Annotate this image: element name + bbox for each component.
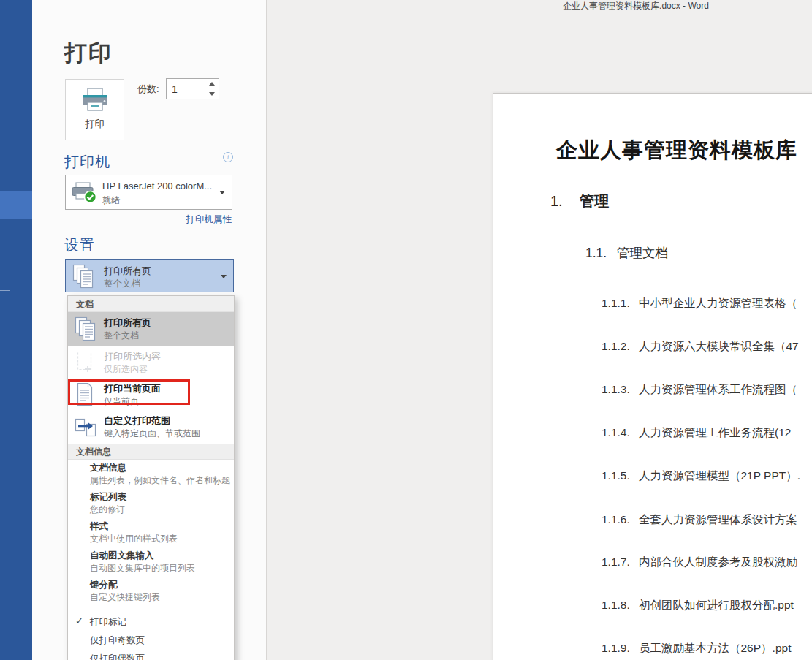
- menu-item-autotext-entries[interactable]: 自动图文集输入 自动图文集库中的项目列表: [68, 547, 234, 577]
- menu-item-title: 标记列表: [90, 491, 126, 504]
- menu-toggle-print-markup[interactable]: ✓ 打印标记: [68, 613, 234, 631]
- menu-item-print-all-pages[interactable]: 打印所有页 整个文档: [68, 312, 234, 346]
- checkmark-icon: ✓: [75, 615, 83, 626]
- menu-item-subtitle: 您的修订: [90, 504, 125, 516]
- menu-item-custom-print-range[interactable]: 自定义打印范围 键入特定页面、节或范围: [68, 410, 234, 444]
- toc-item: 1.1.7.内部合伙人制度参考及股权激励: [602, 555, 797, 570]
- menu-item-print-current-page[interactable]: 打印当前页面 仅当前页: [68, 378, 234, 410]
- toc-item: 1.1.3.人力资源管理体系工作流程图（: [602, 382, 797, 398]
- selected-range-title: 打印所有页: [104, 265, 151, 278]
- printer-device-icon: [70, 182, 98, 204]
- toc-item: 1.1.4.人力资源管理工作业务流程(12: [602, 425, 791, 441]
- menu-item-title: 自动图文集输入: [90, 550, 154, 562]
- menu-item-subtitle: 仅当前页: [104, 395, 139, 408]
- window-title: 企业人事管理资料模板库.docx - Word: [497, 0, 775, 12]
- document-preview-page: 企业人事管理资料模板库 1.管理 1.1.管理文档 1.1.1.中小型企业人力资…: [493, 93, 812, 660]
- menu-item-print-selection: 打印所选内容 仅所选内容: [68, 346, 234, 378]
- copies-decrement-button[interactable]: [208, 89, 216, 98]
- menu-item-title: 打印当前页面: [104, 382, 161, 395]
- toc-item-number: 1.1.9.: [602, 642, 639, 655]
- printer-properties-link[interactable]: 打印机属性: [65, 213, 232, 226]
- toc-item: 1.1.2.人力资源六大模块常识全集（47: [602, 339, 799, 354]
- menu-item-title: 打印所有页: [104, 316, 151, 330]
- heading-text: 管理: [580, 193, 609, 209]
- heading-text: 管理文档: [617, 246, 668, 260]
- toc-item: 1.1.1.中小型企业人力资源管理表格（: [602, 296, 797, 311]
- menu-item-styles[interactable]: 样式 文档中使用的样式列表: [68, 518, 234, 547]
- toc-item-text: 人力资源管理体系工作流程图（: [639, 383, 797, 395]
- menu-item-title: 文档信息: [90, 462, 126, 474]
- heading-number: 1.: [550, 193, 580, 210]
- arrow-down-icon: [209, 92, 215, 96]
- backstage-sidebar: [0, 0, 32, 660]
- copies-stepper: [166, 78, 219, 99]
- toc-item-number: 1.1.7.: [602, 555, 639, 569]
- menu-item-key-assignments[interactable]: 键分配 自定义快捷键列表: [68, 577, 234, 606]
- menu-separator: [68, 610, 234, 610]
- settings-section-heading: 设置: [64, 235, 95, 255]
- print-button[interactable]: 打印: [65, 79, 124, 140]
- menu-item-subtitle: 键入特定页面、节或范围: [104, 428, 200, 440]
- toc-item-number: 1.1.2.: [602, 340, 639, 353]
- toc-item: 1.1.9.员工激励基本方法（26P）.ppt: [602, 641, 791, 656]
- copies-increment-button[interactable]: [208, 80, 216, 88]
- toc-item-number: 1.1.4.: [602, 426, 639, 439]
- toc-item-text: 内部合伙人制度参考及股权激励: [639, 555, 797, 568]
- arrow-up-icon: [209, 82, 215, 86]
- toc-item-number: 1.1.6.: [602, 513, 639, 526]
- toc-item-text: 中小型企业人力资源管理表格（: [639, 297, 797, 309]
- chevron-down-icon: [221, 275, 227, 278]
- toc-item-text: 人力资源管理工作业务流程(12: [639, 426, 791, 439]
- toc-item-text: 人力资源六大模块常识全集（47: [639, 340, 799, 352]
- print-current-page-icon: [75, 382, 95, 407]
- menu-section-document-info: 文档信息: [68, 444, 234, 460]
- printer-status: 就绪: [102, 194, 120, 207]
- custom-print-range-icon: [75, 414, 98, 439]
- menu-toggle-only-odd-pages[interactable]: 仅打印奇数页: [68, 631, 234, 650]
- print-button-label: 打印: [66, 118, 124, 131]
- copies-label: 份数:: [137, 83, 159, 96]
- print-range-menu: 文档 打印所有页 整个文档 打印所选内容 仅所选内容: [67, 295, 235, 660]
- selected-range-subtitle: 整个文档: [104, 278, 140, 290]
- heading-number: 1.1.: [585, 246, 617, 261]
- document-title: 企业人事管理资料模板库: [556, 136, 797, 165]
- print-range-dropdown-button[interactable]: 打印所有页 整个文档: [65, 259, 234, 292]
- menu-toggle-label: 仅打印偶数页: [90, 653, 145, 660]
- copies-input[interactable]: [167, 80, 205, 98]
- menu-item-markup-list[interactable]: 标记列表 您的修订: [68, 489, 234, 518]
- document-heading-1: 1.管理: [550, 191, 609, 211]
- printer-select[interactable]: HP LaserJet 200 colorM... 就绪: [65, 175, 232, 210]
- menu-item-title: 键分配: [90, 579, 118, 591]
- menu-item-subtitle: 仅所选内容: [104, 363, 148, 376]
- menu-item-title: 打印所选内容: [104, 350, 161, 363]
- toc-item-number: 1.1.1.: [602, 297, 639, 310]
- menu-item-subtitle: 自动图文集库中的项目列表: [90, 562, 195, 574]
- menu-toggle-label: 仅打印奇数页: [90, 634, 145, 647]
- toc-item-number: 1.1.5.: [602, 469, 639, 482]
- print-selection-icon: [75, 350, 95, 375]
- printer-icon: [80, 87, 110, 113]
- toc-item: 1.1.5.人力资源管理模型（21P PPT）.: [602, 469, 800, 484]
- print-all-pages-icon: [75, 316, 96, 342]
- menu-toggle-label: 打印标记: [90, 616, 126, 629]
- menu-item-document-info[interactable]: 文档信息 属性列表，例如文件名、作者和标题: [68, 460, 234, 489]
- menu-item-subtitle: 属性列表，例如文件名、作者和标题: [90, 474, 230, 487]
- menu-item-title: 样式: [90, 520, 108, 533]
- sidebar-item-print-highlight[interactable]: [0, 191, 32, 219]
- chevron-down-icon: [219, 191, 225, 194]
- menu-item-title: 自定义打印范围: [104, 414, 170, 428]
- sidebar-divider: [0, 290, 10, 291]
- printer-name: HP LaserJet 200 colorM...: [102, 181, 212, 191]
- toc-item-text: 初创团队如何进行股权分配.ppt: [639, 599, 794, 611]
- menu-item-subtitle: 自定义快捷键列表: [90, 591, 160, 604]
- menu-item-subtitle: 文档中使用的样式列表: [90, 533, 178, 545]
- toc-item-text: 全套人力资源管理体系设计方案: [639, 513, 797, 526]
- toc-item-number: 1.1.8.: [602, 599, 639, 612]
- print-all-pages-icon: [72, 264, 94, 289]
- toc-item: 1.1.8.初创团队如何进行股权分配.ppt: [602, 598, 794, 613]
- toc-item-number: 1.1.3.: [602, 383, 639, 396]
- menu-toggle-only-even-pages[interactable]: 仅打印偶数页: [68, 650, 234, 660]
- toc-item-text: 人力资源管理模型（21P PPT）.: [639, 469, 800, 482]
- toc-item: 1.1.6.全套人力资源管理体系设计方案: [602, 512, 797, 528]
- info-icon[interactable]: i: [223, 152, 233, 162]
